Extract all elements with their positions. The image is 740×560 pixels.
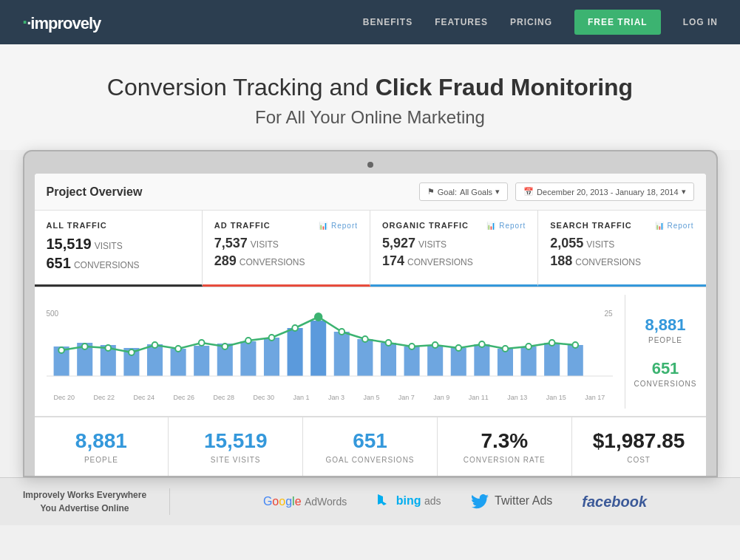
svg-point-33 [292,325,298,331]
x-label-10: Jan 9 [433,394,449,401]
y-axis-left-label: 500 [47,310,59,318]
svg-rect-12 [333,332,349,376]
bing-icon [376,494,390,509]
people-cell: 8,881 PEOPLE [35,417,169,476]
calendar-icon: 📅 [523,187,534,197]
cost-label: COST [584,456,694,464]
organic-report-link[interactable]: 📊 Report [486,222,526,230]
svg-point-39 [432,342,438,348]
laptop-wrapper: Project Overview ⚑ Goal: All Goals ▾ 📅 D… [0,150,740,477]
side-conversions-num: 651 [634,359,697,378]
ad-traffic-cell: AD TRAFFIC 📊 Report 7,537VISITS 289CONVE… [203,211,370,287]
chart-area: 500 25 [35,287,706,417]
svg-point-24 [81,344,87,349]
organic-traffic-label: ORGANIC TRAFFIC 📊 Report [382,221,526,230]
svg-rect-20 [520,346,536,376]
chevron-down-icon-2: ▾ [682,187,686,197]
side-people-num: 8,881 [645,315,685,335]
tagline-line2: You Advertise Online [22,502,147,515]
svg-rect-4 [146,344,162,376]
x-label-14: Jan 17 [585,394,605,401]
hero-headline: Conversion Tracking and Click Fraud Moni… [15,74,725,101]
svg-rect-16 [427,345,443,376]
svg-rect-21 [544,343,560,376]
svg-point-26 [129,349,135,355]
headline-bold: Click Fraud Monitoring [376,74,633,100]
navigation: ··improvely BENEFITS FEATURES PRICING FR… [0,0,740,44]
svg-point-27 [152,342,157,348]
side-people-label: PEOPLE [645,336,685,344]
conversion-rate-num: 7.3% [449,429,560,453]
nav-benefits[interactable]: BENEFITS [363,17,413,27]
organic-conversions-stat: 174CONVERSIONS [382,253,526,269]
chart-side-stats: 8,881 PEOPLE 651 CONVERSIONS [625,295,706,409]
search-traffic-label: SEARCH TRAFFIC 📊 Report [550,221,693,230]
search-traffic-cell: SEARCH TRAFFIC 📊 Report 2,055VISITS 188C… [538,211,705,287]
goal-conversions-label: GOAL CONVERSIONS [315,456,425,464]
svg-rect-11 [310,321,326,376]
footer-bar: Improvely Works Everywhere You Advertise… [0,477,740,525]
svg-rect-15 [404,346,419,376]
search-conversions-stat: 188CONVERSIONS [550,253,693,269]
x-label-7: Jan 3 [328,394,344,401]
site-visits-cell: 15,519 SITE VISITS [169,417,303,476]
people-num: 8,881 [47,429,157,453]
svg-point-23 [58,347,64,353]
svg-rect-10 [287,328,302,376]
svg-point-31 [245,338,251,344]
laptop-screen: Project Overview ⚑ Goal: All Goals ▾ 📅 D… [35,174,706,476]
svg-point-44 [549,340,554,346]
free-trial-button[interactable]: FREE TRIAL [574,10,661,35]
x-label-11: Jan 11 [469,394,489,401]
facebook-logo: facebook [582,494,647,511]
all-traffic-label: ALL TRAFFIC [47,221,190,230]
people-label: PEOPLE [47,456,157,464]
x-label-8: Jan 5 [363,394,379,401]
organic-traffic-cell: ORGANIC TRAFFIC 📊 Report 5,927VISITS 174… [370,211,538,287]
nav-pricing[interactable]: PRICING [510,17,552,27]
x-label-12: Jan 13 [507,394,527,401]
chart-svg: 500 25 [47,302,613,391]
dashboard-controls: ⚑ Goal: All Goals ▾ 📅 December 20, 2013 … [419,182,694,201]
svg-rect-18 [474,344,489,376]
site-visits-label: SITE VISITS [180,456,291,464]
svg-rect-17 [450,348,466,376]
laptop-camera [367,162,373,168]
cost-num: $1,987.85 [584,429,694,453]
goal-selector[interactable]: ⚑ Goal: All Goals ▾ [419,182,508,201]
date-range-selector[interactable]: 📅 December 20, 2013 - January 18, 2014 ▾ [515,182,693,201]
side-conversions-label: CONVERSIONS [634,380,697,388]
goal-value: All Goals [460,188,492,197]
svg-point-43 [526,344,532,349]
bing-ads-text: ads [424,495,441,507]
flag-icon: ⚑ [427,187,435,197]
dashboard-title: Project Overview [47,185,143,199]
x-label-4: Dec 28 [213,394,234,401]
svg-rect-8 [240,341,256,376]
facebook-text: facebook [582,494,647,510]
all-traffic-cell: ALL TRAFFIC 15,519VISITS 651CONVERSIONS [35,211,203,287]
google-adwords-logo: Google AdWords [263,495,347,508]
svg-point-34 [314,313,322,321]
nav-features[interactable]: FEATURES [435,17,488,27]
laptop-mockup: Project Overview ⚑ Goal: All Goals ▾ 📅 D… [23,150,718,477]
site-visits-num: 15,519 [180,429,291,453]
search-report-link[interactable]: 📊 Report [655,222,694,230]
all-visits-stat: 15,519VISITS [47,236,190,253]
svg-rect-6 [194,346,209,376]
hero-subheadline: For All Your Online Marketing [15,107,725,128]
login-link[interactable]: LOG IN [683,17,718,27]
side-conversions-stat: 651 CONVERSIONS [634,359,697,388]
svg-point-29 [198,340,204,346]
chart-main: 500 25 [35,295,625,409]
all-conversions-stat: 651CONVERSIONS [47,255,190,272]
side-people-stat: 8,881 PEOPLE [645,315,685,344]
y-axis-right-label: 25 [604,310,612,318]
headline-normal: Conversion Tracking and [107,74,376,100]
organic-visits-stat: 5,927VISITS [382,236,526,251]
svg-point-37 [385,340,391,346]
bing-ads-logo: bing ads [376,494,441,509]
svg-rect-9 [263,338,279,376]
svg-point-32 [268,335,274,341]
ad-report-link[interactable]: 📊 Report [319,222,358,230]
